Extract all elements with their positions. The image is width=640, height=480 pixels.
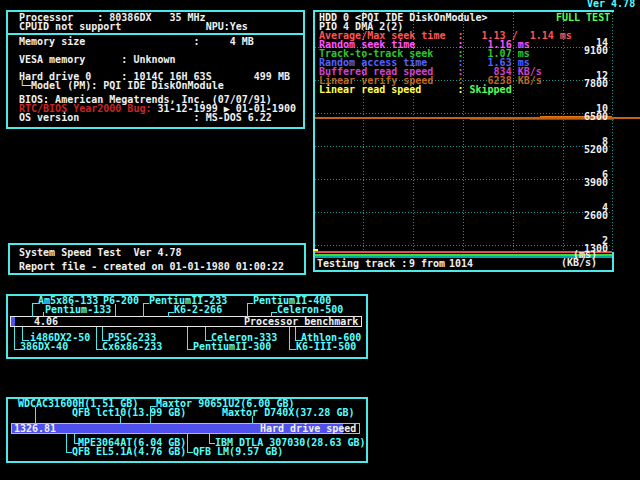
report-file-row: Report file - created on 01-01-1980 01:0… — [19, 263, 284, 271]
cpu-benchmark-connector — [22, 327, 29, 341]
hdd-benchmark-value: 1326.81 — [14, 425, 56, 433]
track-position-marker — [313, 249, 318, 251]
cpu-benchmark-label: Celeron-333 — [211, 334, 277, 342]
testing-track-label: Testing track : — [317, 260, 407, 268]
linear-read-value: Skipped — [470, 84, 512, 95]
full-test-badge: FULL TEST — [556, 14, 610, 22]
graph-border-left — [313, 10, 315, 272]
cpu-benchmark-title: Processor benchmark — [244, 318, 358, 326]
cpu-benchmark-label: Cx6x86-233 — [102, 343, 162, 351]
memory-size-row: Memory size : 4 MB — [19, 38, 254, 46]
cpu-benchmark-label: P6-200 — [103, 297, 139, 305]
vesa-memory-row: VESA memory : Unknown — [19, 56, 176, 64]
axis-label-kbs: 5200 — [560, 146, 608, 154]
axis-label-kbs: 7800 — [560, 80, 608, 88]
linear-read-label: Linear read speed : — [319, 84, 470, 95]
hdd-benchmark-label: Maxtor D740X(37.28 GB) — [222, 409, 354, 417]
axis-label-kbs: 9100 — [560, 47, 608, 55]
hdd-benchmark-label: QFB EL5.1A(4.76 GB) — [72, 448, 186, 456]
graph-border-bottom — [313, 270, 614, 272]
gridline-vertical-right-edge — [612, 12, 613, 252]
cpu-benchmark-label: i486DX2-50 — [30, 334, 90, 342]
speed-test-title: System Speed Test Ver 4.78 — [19, 249, 182, 257]
testing-track-progress: 9 from — [409, 260, 445, 268]
hdd-benchmark-label: QFB LM(9.57 GB) — [193, 448, 283, 456]
dos-speedsys-screen: Ver 4.78 Processor : 80386DX 35 MHz CPUI… — [0, 0, 640, 480]
cpu-benchmark-label: P55C-233 — [108, 334, 156, 342]
cpu-benchmark-bar-fill — [11, 317, 15, 326]
cpu-benchmark-label: Athlon-600 — [301, 334, 361, 342]
cpu-benchmark-label: K6-2-266 — [174, 306, 222, 314]
version-label: Ver 4.78 — [587, 0, 635, 8]
axis-label-kbs: 6500 — [560, 113, 608, 121]
hdd-benchmark-title: Hard drive speed — [260, 425, 356, 433]
cpuid-npu-row: CPUID not support NPU:Yes — [19, 23, 248, 31]
cpu-benchmark-label: Pentium-133 — [45, 306, 111, 314]
hdd-benchmark-connector — [35, 407, 37, 423]
axis-label-kbs: 3900 — [560, 179, 608, 187]
cpu-benchmark-value: 4.06 — [34, 318, 58, 326]
axis-unit-kbs: (KB/s) — [540, 259, 597, 267]
drive-model-row: └─Model (PM): PQI IDE DiskOnModule — [19, 82, 224, 90]
cpu-benchmark-label: 386DX-40 — [20, 343, 68, 351]
axis-label-kbs: 1300 — [560, 245, 608, 253]
info-panel-divider — [8, 33, 303, 35]
cpu-benchmark-label: PentiumII-300 — [193, 343, 271, 351]
cpu-benchmark-label: K6-III-500 — [296, 343, 356, 351]
axis-label-kbs: 2600 — [560, 212, 608, 220]
hdd-benchmark-label: QFB lct10(13.99 GB) — [72, 409, 186, 417]
cpu-benchmark-label: Celeron-500 — [277, 306, 343, 314]
graph-border-right — [612, 252, 614, 272]
linear-read-row: Linear read speed : Skipped — [319, 86, 512, 94]
testing-track-total: 1014 — [449, 260, 473, 268]
os-version-row: OS version : MS-DOS 6.22 — [19, 114, 272, 122]
